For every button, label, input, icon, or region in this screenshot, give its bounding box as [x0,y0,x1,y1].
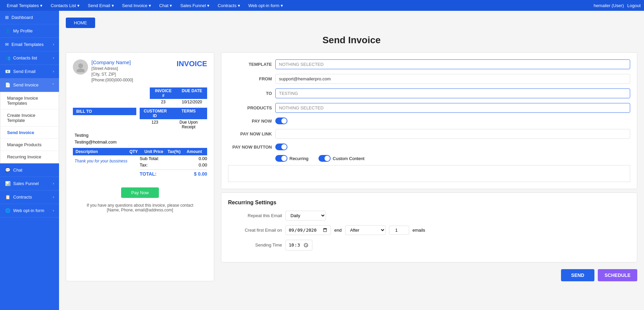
nav-web-opt-in[interactable]: Web opt-in form ▾ [245,0,286,11]
nav-contacts-list[interactable]: Contacts List ▾ [47,0,83,11]
to-select[interactable]: TESTING [275,88,630,98]
emails-label: emails [413,228,425,233]
sales-funnel-icon: 📊 [5,181,10,186]
due-date-header: DUE DATE [177,87,207,99]
pay-now-button-label: PAY NOW BUTTON [228,145,272,150]
create-label: Creat first Email on [228,228,282,233]
chevron-right-icon: › [53,209,54,212]
right-panel: TEMPLATE NOTHING SELECTED FROM TO [221,52,637,281]
nav-send-email[interactable]: Send Email ▾ [84,0,117,11]
template-select[interactable]: NOTHING SELECTED [275,59,630,69]
create-first-row: Creat first Email on end After emails [228,225,630,235]
sidebar-item-chat[interactable]: 💬 Chat [0,163,59,177]
sending-time-input[interactable] [285,240,312,251]
submenu-manage-products[interactable]: Manage Products [0,139,59,151]
pay-now-button[interactable]: Pay Now [121,187,159,198]
count-input[interactable] [389,226,409,235]
avatar [73,59,88,75]
dashboard-icon: ⊞ [5,15,9,20]
after-select[interactable]: After [345,225,386,235]
home-button[interactable]: HOME [66,18,95,28]
invoice-num-header: INVOICE # [150,87,177,99]
products-row: PRODUCTS NOTHING SELECTED [228,103,630,113]
chevron-down-icon: ˅ [52,83,54,87]
send-invoice-icon: 📄 [5,82,10,87]
repeat-select[interactable]: Daily [285,211,326,221]
chevron-right-icon: › [53,56,54,60]
from-input[interactable] [275,74,630,84]
repeat-row: Repeat this Email Daily [228,211,630,221]
schedule-button[interactable]: SCHEDULE [598,269,637,281]
sidebar-item-dashboard[interactable]: ⊞ Dashboard [0,11,59,24]
recurring-toggle[interactable] [275,155,287,162]
nav-send-invoice[interactable]: Send Invoice ▾ [119,0,155,11]
pay-now-toggle[interactable] [275,118,287,124]
action-buttons: SEND SCHEDULE [221,269,637,281]
sidebar-item-my-profile[interactable]: 👤 My Profile [0,24,59,38]
submenu-manage-templates[interactable]: Manage Invoice Templates [0,92,59,109]
recurring-label: Recurring [289,156,308,161]
main-content: HOME Send Invoice [Company Name] [Street… [59,11,644,310]
contact-note: If you have any questions about this inv… [73,203,207,212]
total-row: TOTAL: $ 0.00 [140,170,207,177]
sidebar: ⊞ Dashboard 👤 My Profile ✉ Email Templat… [0,11,59,310]
user-label: hemailer (User) [594,3,624,8]
top-nav-left: Email Templates ▾ Contacts List ▾ Send E… [3,0,286,11]
chevron-right-icon: › [53,70,54,73]
email-templates-icon: ✉ [5,42,9,47]
send-invoice-submenu: Manage Invoice Templates Create Invoice … [0,92,59,163]
pay-now-link-label: PAY NOW LINK [228,131,272,136]
submenu-send-invoice[interactable]: Send Invoice [0,127,59,139]
pay-now-button-toggle[interactable] [275,144,287,150]
sidebar-item-sales-funnel[interactable]: 📊 Sales Funnel › [0,177,59,190]
send-button[interactable]: SEND [561,269,594,281]
bill-name: Testing [73,133,207,138]
due-date: 10/12/2020 [177,99,207,105]
company-info: [Company Name] [Street Adress] [City, ST… [91,59,133,82]
pay-now-toggle-row: PAY NOW [228,118,630,124]
invoice-totals-section: Sub Total: 0.00 Tax: 0.00 TOTAL: $ 0.00 … [73,155,207,177]
submenu-recurring-invoice[interactable]: Recurring Invoice [0,151,59,163]
sidebar-item-contracts[interactable]: 📋 Contracts › [0,190,59,204]
customer-values: 123 Due Upon Receipt [140,119,207,130]
sidebar-item-email-templates[interactable]: ✉ Email Templates › [0,38,59,51]
top-navigation: Email Templates ▾ Contacts List ▾ Send E… [0,0,644,11]
nav-sales-funnel[interactable]: Sales Funnel ▾ [177,0,213,11]
products-label: PRODUCTS [228,105,272,110]
sidebar-item-contacts-list[interactable]: 👥 Contacts list › [0,51,59,65]
recurring-toggle-group: Recurring [275,155,308,162]
invoice-meta-section: INVOICE # DUE DATE 23 10/12/2020 [73,87,207,105]
pay-now-link-input[interactable] [275,129,630,139]
recurring-settings-card: Recurring Settings Repeat this Email Dai… [221,192,637,262]
invoice-num: 23 [150,99,177,105]
page-title: Send Invoice [66,35,637,46]
pay-now-button-toggle-row: PAY NOW BUTTON [228,144,630,150]
sidebar-item-send-email[interactable]: 📧 Send Email › [0,65,59,78]
sidebar-item-web-opt-in[interactable]: 🌐 Web opt-in form › [0,204,59,217]
chevron-right-icon: › [53,195,54,199]
submenu-create-template[interactable]: Create Invoice Template [0,109,59,127]
toggles-row: Recurring Custom Content [228,155,630,162]
to-label: TO [228,91,272,96]
items-header: Description QTY Unit Price Tax(%) Amount [73,148,207,155]
bill-customer-section: BILL TO CUSTOMER ID TERMS 123 Due Upon R… [73,108,207,130]
create-date-input[interactable] [285,225,331,235]
logout-link[interactable]: Logout [627,3,641,8]
nav-chat[interactable]: Chat ▾ [156,0,175,11]
send-email-icon: 📧 [5,69,10,74]
pay-now-link-row: PAY NOW LINK [228,129,630,139]
nav-contracts[interactable]: Contracts ▾ [214,0,244,11]
bill-email: Testing@hotmail.com [73,139,207,145]
sidebar-item-send-invoice[interactable]: 📄 Send Invoice ˅ [0,78,59,92]
invoice-preview: [Company Name] [Street Adress] [City, ST… [66,52,214,281]
invoice-totals: Sub Total: 0.00 Tax: 0.00 TOTAL: $ 0.00 [140,155,207,177]
custom-content-toggle[interactable] [318,155,331,162]
terms-header: TERMS [170,108,207,119]
content-area: [Company Name] [Street Adress] [City, ST… [66,52,637,281]
sending-time-label: Sending Time [228,242,282,248]
invoice-header: [Company Name] [Street Adress] [City, ST… [73,59,207,82]
web-opt-in-icon: 🌐 [5,208,10,213]
custom-content-area[interactable] [228,165,630,182]
products-select[interactable]: NOTHING SELECTED [275,103,630,113]
nav-email-templates[interactable]: Email Templates ▾ [3,0,46,11]
